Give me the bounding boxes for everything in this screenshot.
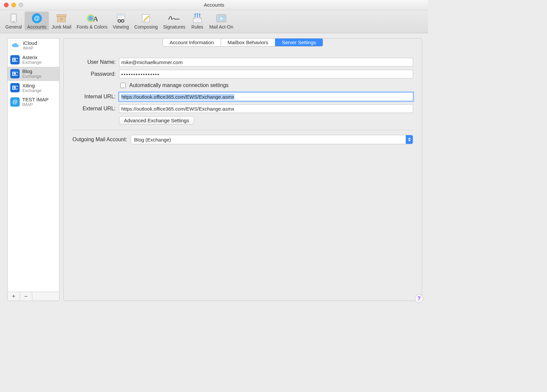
separator — [72, 130, 413, 130]
toolbar-label: Fonts & Colors — [77, 24, 108, 30]
close-window-button[interactable] — [4, 3, 9, 7]
account-detail-panel: Account Information Mailbox Behaviors Se… — [63, 38, 422, 301]
svg-marker-21 — [199, 13, 201, 15]
svg-marker-19 — [194, 13, 196, 15]
toolbar-general[interactable]: General — [3, 12, 25, 30]
account-item-xiting[interactable]: E Xiting Exchange — [8, 81, 59, 95]
account-name: TEST IMAP — [22, 97, 49, 102]
password-label: Password: — [72, 71, 119, 77]
username-input[interactable] — [119, 58, 413, 66]
toolbar-rules[interactable]: Rules — [188, 12, 207, 30]
exchange-icon: E — [10, 83, 20, 92]
account-type: Exchange — [22, 74, 42, 79]
outgoing-account-value: Blog (Exchange) — [134, 137, 171, 143]
svg-marker-20 — [196, 13, 198, 14]
toolbar-label: Junk Mail — [52, 24, 71, 30]
svg-marker-31 — [408, 138, 411, 139]
internal-url-input[interactable] — [119, 92, 413, 101]
exchange-icon: E — [10, 69, 20, 78]
external-url-label: External URL: — [72, 106, 119, 112]
account-type: IMAP — [23, 46, 37, 50]
toolbar-fonts-colors[interactable]: A Fonts & Colors — [74, 12, 110, 30]
svg-marker-32 — [408, 140, 411, 142]
toolbar-label: Viewing — [113, 24, 129, 30]
accounts-icon: @ — [30, 12, 44, 24]
svg-rect-18 — [193, 18, 201, 23]
content-area: iCloud IMAP E Asterix Exchange E Blog — [0, 32, 428, 307]
username-label: User Name: — [72, 59, 119, 65]
chevron-up-down-icon — [406, 135, 413, 144]
account-type: IMAP — [22, 102, 49, 107]
titlebar: Accounts — [0, 0, 428, 10]
accounts-sidebar: iCloud IMAP E Asterix Exchange E Blog — [7, 38, 59, 301]
rules-icon — [191, 12, 204, 24]
tab-mailbox-behaviors[interactable]: Mailbox Behaviors — [221, 39, 275, 46]
window-title: Accounts — [204, 2, 224, 8]
window-controls — [4, 3, 23, 7]
auto-manage-label: Automatically manage connection settings — [129, 82, 229, 88]
exchange-icon: E — [10, 55, 20, 64]
toolbar-signatures[interactable]: Signatures — [161, 12, 188, 30]
account-item-asterix[interactable]: E Asterix Exchange — [8, 53, 59, 67]
account-type: Exchange — [22, 60, 42, 65]
toolbar-label: Composing — [134, 24, 158, 30]
svg-rect-9 — [117, 14, 125, 20]
account-type: Exchange — [22, 88, 42, 93]
svg-point-13 — [118, 20, 121, 22]
toolbar-accounts[interactable]: @ Accounts — [25, 12, 49, 30]
account-name: Xiting — [22, 83, 42, 88]
toolbar-label: Signatures — [163, 24, 185, 30]
toolbar-mail-act-on[interactable]: Mail Act-On — [207, 12, 236, 30]
fonts-colors-icon: A — [85, 12, 99, 24]
svg-rect-5 — [57, 15, 66, 17]
external-url-input[interactable] — [119, 104, 413, 113]
svg-text:A: A — [93, 15, 98, 23]
junk-mail-icon: ✕ — [55, 12, 68, 24]
composing-icon — [139, 12, 153, 24]
preferences-toolbar: General @ Accounts ✕ Junk Mail A Fonts &… — [0, 10, 428, 33]
password-input[interactable] — [119, 70, 413, 78]
svg-text:E: E — [13, 86, 15, 90]
maximize-window-button[interactable] — [19, 3, 23, 7]
svg-text:@: @ — [34, 15, 40, 22]
remove-account-button[interactable]: − — [20, 292, 32, 301]
toolbar-junk-mail[interactable]: ✕ Junk Mail — [49, 12, 74, 30]
toolbar-composing[interactable]: Composing — [132, 12, 161, 30]
add-account-button[interactable]: + — [8, 292, 20, 301]
svg-text:E: E — [13, 58, 15, 62]
account-name: iCloud — [23, 41, 37, 46]
help-button[interactable]: ? — [415, 294, 423, 303]
toolbar-label: Mail Act-On — [209, 24, 233, 30]
toolbar-label: Accounts — [27, 24, 47, 30]
sidebar-footer: + − — [8, 292, 59, 301]
tab-account-information[interactable]: Account Information — [163, 39, 221, 46]
toolbar-viewing[interactable]: Viewing — [110, 12, 132, 30]
account-name: Blog — [22, 69, 42, 74]
account-item-icloud[interactable]: iCloud IMAP — [8, 39, 59, 53]
internal-url-label: Internal URL: — [72, 94, 119, 100]
toolbar-label: Rules — [191, 24, 203, 30]
toolbar-label: General — [5, 24, 22, 30]
viewing-icon — [114, 12, 128, 24]
general-icon — [7, 12, 20, 24]
server-settings-form: User Name: Password: Automatically manag… — [72, 58, 413, 144]
svg-text:E: E — [13, 72, 15, 76]
svg-point-14 — [121, 20, 124, 22]
account-name: Asterix — [22, 55, 42, 60]
account-item-blog[interactable]: E Blog Exchange — [8, 67, 59, 81]
outgoing-account-label: Outgoing Mail Account: — [72, 137, 127, 143]
icloud-icon — [10, 41, 20, 50]
accounts-list: iCloud IMAP E Asterix Exchange E Blog — [8, 39, 59, 292]
signatures-icon — [167, 12, 181, 24]
svg-rect-1 — [13, 21, 15, 22]
minimize-window-button[interactable] — [11, 3, 16, 7]
tab-server-settings[interactable]: Server Settings — [275, 39, 323, 46]
auto-manage-checkbox[interactable] — [120, 83, 126, 88]
sidebar-footer-spacer — [32, 292, 59, 301]
outgoing-account-select[interactable]: Blog (Exchange) — [131, 135, 413, 144]
mail-act-on-icon — [215, 12, 228, 24]
account-item-test-imap[interactable]: @ TEST IMAP IMAP — [8, 95, 59, 109]
svg-text:✕: ✕ — [60, 17, 63, 22]
advanced-exchange-settings-button[interactable]: Advanced Exchange Settings — [119, 116, 194, 125]
imap-icon: @ — [10, 97, 20, 107]
